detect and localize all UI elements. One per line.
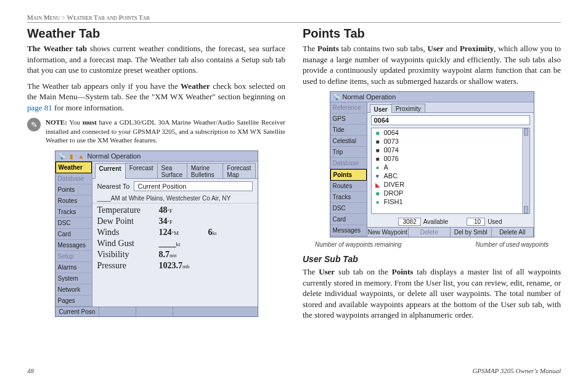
side-tab-points[interactable]: Points: [330, 169, 367, 181]
tab-user[interactable]: User: [370, 104, 392, 113]
weather-inner-tabs: CurrentForecastSea SurfaceMarine Bulleti…: [92, 162, 258, 179]
side-tab-database[interactable]: Database: [330, 158, 367, 169]
tab-proximity[interactable]: Proximity: [391, 104, 425, 112]
breadcrumb-sep: >: [62, 14, 65, 21]
scrollbar[interactable]: [522, 128, 529, 213]
weather-p2: The Weather tab appears only if you have…: [27, 81, 285, 113]
waypoint-symbol-icon: ●: [374, 198, 382, 205]
weather-title: Normal Operation: [88, 152, 141, 160]
left-column: Weather Tab The Weather tab shows curren…: [27, 27, 285, 326]
side-tab-messages[interactable]: Messages: [330, 225, 367, 236]
list-item[interactable]: ■0073: [372, 137, 529, 146]
nearest-field[interactable]: Current Position: [134, 181, 253, 191]
side-tab-trip[interactable]: Trip: [330, 147, 367, 158]
user-subtab-heading: User Sub Tab: [303, 254, 561, 264]
waypoint-counter: 3082 Available 10 Used: [367, 216, 534, 227]
side-tab-routes[interactable]: Routes: [330, 181, 367, 192]
tab-sea-surface[interactable]: Sea Surface: [157, 163, 187, 178]
reading-winds: Winds124°M6kt: [97, 227, 253, 238]
note-text: NOTE: You must have a GDL30/GDL 30A Mari…: [46, 118, 285, 144]
list-item[interactable]: ■DROP: [372, 189, 529, 197]
weather-statusbar: Current Posn: [55, 307, 258, 316]
manual-title: GPSMAP 3205 Owner's Manual: [472, 367, 561, 374]
list-item[interactable]: ■0074: [372, 146, 529, 154]
tab-current[interactable]: Current: [95, 163, 126, 179]
footer: 48 GPSMAP 3205 Owner's Manual: [27, 367, 561, 374]
reading-temperature: Temperature48°F: [97, 205, 253, 216]
weather-p1-bold: The Weather tab: [27, 44, 87, 53]
weather-main-pane: CurrentForecastSea SurfaceMarine Bulleti…: [92, 162, 258, 307]
page-number: 48: [27, 367, 34, 374]
tab-marine-bulletins[interactable]: Marine Bulletins: [187, 163, 224, 178]
tab-forecast[interactable]: Forecast: [125, 163, 158, 178]
side-tab-tide[interactable]: Tide: [330, 125, 367, 136]
weather-info-line: ____AM at White Plains, Westchester Co A…: [92, 194, 258, 204]
list-item[interactable]: ◣DIVER: [372, 180, 529, 189]
list-item[interactable]: ■0064: [372, 128, 529, 137]
breadcrumb-root: Main Menu: [27, 14, 60, 21]
top-rule: [27, 22, 561, 23]
waypoint-search-field[interactable]: 0064: [371, 115, 530, 125]
points-button-row: New WaypointDeleteDel by SmblDelete All: [367, 227, 534, 237]
points-main-pane: UserProximity 0064 ■0064■0073■0074■0076●…: [367, 102, 534, 237]
tab-forecast-map[interactable]: Forecast Map: [223, 163, 255, 178]
reading-dew-point: Dew Point34°F: [97, 216, 253, 227]
side-tab-database[interactable]: Database: [55, 173, 92, 184]
list-item[interactable]: ●FISH1: [372, 197, 529, 206]
used-label: Used: [488, 218, 502, 225]
side-tab-alarms[interactable]: Alarms: [55, 262, 92, 273]
side-tab-pages[interactable]: Pages: [55, 295, 92, 307]
button-new-waypoint[interactable]: New Waypoint: [367, 228, 409, 237]
side-tab-tracks[interactable]: Tracks: [55, 207, 92, 218]
page-link[interactable]: page 81: [27, 103, 52, 112]
right-column: Points Tab The Points tab contains two s…: [303, 27, 561, 326]
side-tab-network[interactable]: Network: [55, 284, 92, 295]
caption-right: Number of used waypoints: [476, 241, 549, 248]
weather-titlebar: 📡 ▮ ▲ Normal Operation: [55, 151, 258, 162]
side-tab-card[interactable]: Card: [330, 214, 367, 225]
signal-icon: ▲: [78, 152, 85, 160]
side-tab-tracks[interactable]: Tracks: [330, 192, 367, 203]
list-item[interactable]: ♥ABC: [372, 171, 529, 180]
waypoint-symbol-icon: ■: [374, 189, 382, 197]
side-tab-dsc[interactable]: DSC: [55, 218, 92, 229]
side-tab-setup[interactable]: Setup: [55, 251, 92, 262]
side-tab-routes[interactable]: Routes: [55, 196, 92, 207]
caption-left: Number of waypoints remaining: [315, 241, 402, 248]
satellite-icon: 📡: [58, 152, 65, 160]
satellite-icon: 📡: [333, 93, 340, 101]
nearest-label: Nearest To: [97, 183, 130, 190]
note-icon: ✎: [27, 118, 41, 131]
list-item[interactable]: ●A: [372, 163, 529, 171]
points-title: Normal Operation: [343, 93, 396, 101]
points-inner-tabs: UserProximity: [367, 102, 534, 113]
side-tab-dsc[interactable]: DSC: [330, 203, 367, 214]
side-tab-messages[interactable]: Messages: [55, 240, 92, 251]
waypoint-symbol-icon: ■: [374, 138, 382, 145]
button-del-by-smbl[interactable]: Del by Smbl: [451, 228, 492, 237]
available-label: Available: [423, 218, 448, 225]
side-tab-system[interactable]: System: [55, 273, 92, 284]
weather-p1: The Weather tab shows current weather co…: [27, 43, 285, 76]
waypoint-symbol-icon: ◣: [374, 181, 382, 188]
status-current-posn[interactable]: Current Posn: [55, 307, 100, 316]
breadcrumb-page: Weather Tab and Points Tab: [67, 14, 150, 21]
button-delete-all[interactable]: Delete All: [492, 228, 534, 237]
used-count: 10: [467, 218, 485, 226]
side-tab-celestial[interactable]: Celestial: [330, 136, 367, 147]
list-item[interactable]: ■0076: [372, 154, 529, 163]
points-titlebar: 📡 Normal Operation: [330, 92, 534, 102]
side-tab-reference[interactable]: Reference: [330, 102, 367, 113]
side-tab-card[interactable]: Card: [55, 229, 92, 240]
side-tab-weather[interactable]: Weather: [55, 162, 92, 173]
side-tab-gps[interactable]: GPS: [330, 113, 367, 125]
card-icon: ▮: [68, 152, 75, 160]
points-device-screenshot: 📡 Normal Operation ReferenceGPSTideCeles…: [330, 91, 534, 237]
waypoint-symbol-icon: ●: [374, 163, 382, 171]
waypoint-list[interactable]: ■0064■0073■0074■0076●A♥ABC◣DIVER■DROP●FI…: [371, 128, 530, 214]
points-p1: The Points tab contains two sub tabs, Us…: [303, 43, 561, 86]
side-tab-points[interactable]: Points: [55, 184, 92, 196]
user-subtab-p: The User sub tab on the Points tab displ…: [303, 266, 561, 321]
points-side-tabs: ReferenceGPSTideCelestialTripDatabasePoi…: [330, 102, 367, 237]
waypoint-symbol-icon: ■: [374, 155, 382, 162]
